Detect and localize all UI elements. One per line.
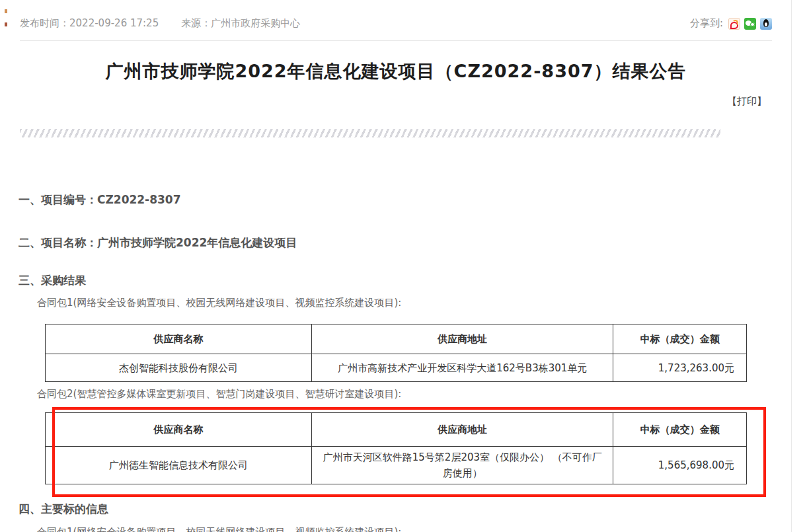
supplier-address-cell: 广州市高新技术产业开发区科学大道162号B3栋301单元 (312, 354, 613, 382)
section-project-number: 一、项目编号：CZ2022-8307 (19, 192, 181, 208)
print-button[interactable]: 【打印】 (20, 95, 767, 108)
supplier-name-cell: 广州德生智能信息技术有限公司 (46, 447, 312, 484)
edge-artifact-top (5, 9, 7, 13)
qq-share-icon[interactable] (760, 18, 772, 30)
wechat-share-icon[interactable] (744, 18, 756, 30)
supplier-name-cell: 杰创智能科技股份有限公司 (46, 354, 312, 382)
supplier-address-cell: 广州市天河区软件路15号第2层203室（仅限办公） （不可作厂房使用） (312, 447, 613, 484)
edge-artifact-bottom (5, 22, 7, 26)
page-right-border (791, 0, 792, 532)
meta-bar: 发布时间：2022-09-26 17:25 来源：广州市政府采购中心 分享到: (20, 17, 772, 30)
publish-time: 发布时间：2022-09-26 17:25 (20, 17, 159, 30)
header-supplier-name: 供应商名称 (46, 413, 312, 447)
table-row: 广州德生智能信息技术有限公司 广州市天河区软件路15号第2层203室（仅限办公）… (46, 447, 747, 484)
section-project-name: 二、项目名称：广州市技师学院2022年信息化建设项目 (19, 235, 297, 250)
source-label: 来源：广州市政府采购中心 (181, 17, 300, 30)
hatched-divider (20, 129, 720, 137)
package1-result-table: 供应商名称 供应商地址 中标（成交）金额 杰创智能科技股份有限公司 广州市高新技… (45, 324, 747, 382)
share-icons-group (728, 18, 772, 30)
header-supplier-address: 供应商地址 (312, 413, 613, 447)
share-to-label: 分享到: (690, 17, 723, 30)
header-supplier-name: 供应商名称 (46, 324, 312, 354)
header-award-amount: 中标（成交）金额 (613, 324, 747, 354)
table-header-row: 供应商名称 供应商地址 中标（成交）金额 (46, 324, 747, 354)
table-row: 杰创智能科技股份有限公司 广州市高新技术产业开发区科学大道162号B3栋301单… (46, 354, 747, 382)
header-award-amount: 中标（成交）金额 (613, 413, 747, 447)
award-amount-cell: 1,565,698.00元 (613, 447, 747, 484)
package1-label: 合同包1(网络安全设备购置项目、校园无线网络建设项目、视频监控系统建设项目): (37, 297, 401, 309)
package2-label: 合同包2(智慧管控多媒体课室更新项目、智慧门岗建设项目、智慧研讨室建设项目): (37, 388, 401, 400)
header-divider (20, 40, 772, 41)
award-amount-cell: 1,723,263.00元 (613, 354, 747, 382)
package2-result-table: 供应商名称 供应商地址 中标（成交）金额 广州德生智能信息技术有限公司 广州市天… (45, 412, 747, 484)
header-supplier-address: 供应商地址 (312, 324, 613, 354)
table-header-row: 供应商名称 供应商地址 中标（成交）金额 (46, 413, 747, 447)
page-title: 广州市技师学院2022年信息化建设项目（CZ2022-8307）结果公告 (20, 59, 772, 83)
section-procurement-result: 三、采购结果 (19, 273, 86, 288)
weibo-share-icon[interactable] (728, 18, 740, 30)
clipped-package1-label: 合同包1(网络安全设备购置项目、校园无线网络建设项目、视频监控系统建设项目): (37, 526, 401, 532)
section-main-subject-info: 四、主要标的信息 (19, 502, 108, 517)
